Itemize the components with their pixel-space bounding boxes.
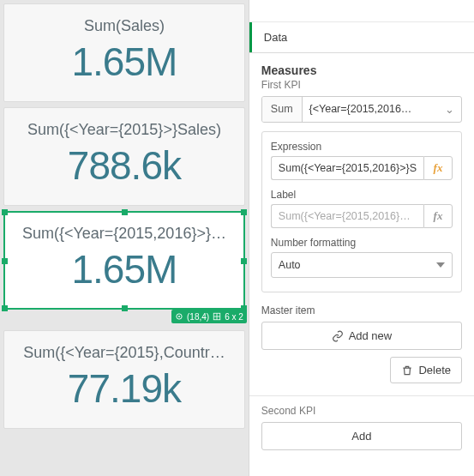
resize-handle[interactable]: [122, 209, 128, 215]
caret-down-icon: [436, 262, 445, 268]
chevron-down-icon[interactable]: ⌄: [438, 97, 461, 122]
number-formatting-value: Auto: [279, 259, 301, 271]
grid-icon: [213, 312, 221, 321]
add-button[interactable]: Add: [261, 422, 462, 450]
add-label: Add: [351, 430, 371, 443]
agg-button[interactable]: Sum: [262, 97, 303, 122]
expression-label: Expression: [271, 141, 453, 153]
panel-tabs: Data: [249, 22, 474, 53]
fx-button[interactable]: fx: [423, 204, 453, 228]
properties-panel: Data Measures First KPI Sum {<Year={2015…: [249, 0, 474, 476]
number-formatting-select[interactable]: Auto: [271, 252, 453, 278]
resize-handle[interactable]: [2, 305, 8, 311]
kpi-label: Sum({<Year={2015}>}Sales): [11, 121, 237, 139]
label-input[interactable]: Sum({<Year={2015,2016}…: [271, 204, 423, 228]
sheet-canvas[interactable]: Sum(Sales) 1.65M Sum({<Year={2015}>}Sale…: [0, 0, 249, 476]
kpi-card[interactable]: Sum({<Year={2015}>}Sales) 788.6k: [3, 107, 245, 206]
delete-label: Delete: [418, 364, 451, 377]
expression-input[interactable]: Sum({<Year={2015,2016}>}S: [271, 156, 423, 180]
kpi-label: Sum({<Year={2015,2016}>}…: [12, 225, 237, 243]
resize-handle[interactable]: [2, 209, 8, 215]
resize-handle[interactable]: [122, 305, 128, 311]
agg-expression[interactable]: {<Year={2015,2016…: [303, 97, 438, 122]
kpi-card[interactable]: Sum({<Year={2015},Countr… 77.19k: [3, 330, 245, 429]
delete-button[interactable]: Delete: [390, 357, 462, 383]
link-icon: [332, 330, 344, 342]
measure-block: Expression Sum({<Year={2015,2016}>}S fx …: [261, 131, 462, 292]
svg-point-1: [178, 316, 180, 317]
selection-pos: (18,4): [187, 312, 209, 322]
first-kpi-label: First KPI: [261, 79, 462, 91]
resize-handle[interactable]: [241, 258, 247, 264]
panel-header-spacer: [249, 0, 474, 22]
add-new-label: Add new: [349, 329, 393, 342]
resize-handle[interactable]: [241, 209, 247, 215]
kpi-value: 788.6k: [11, 142, 237, 189]
kpi-card[interactable]: Sum(Sales) 1.65M: [3, 3, 245, 102]
kpi-label: Sum({<Year={2015},Countr…: [11, 344, 237, 362]
measures-heading: Measures: [261, 63, 462, 77]
second-kpi-label: Second KPI: [261, 405, 462, 417]
kpi-label: Sum(Sales): [11, 17, 237, 35]
selection-size: 6 x 2: [225, 312, 243, 322]
fx-button[interactable]: fx: [423, 156, 453, 180]
trash-icon: [401, 365, 413, 377]
master-item-label: Master item: [261, 304, 462, 316]
label-label: Label: [271, 189, 453, 201]
target-icon: [175, 312, 183, 321]
kpi-value: 1.65M: [12, 246, 237, 292]
resize-handle[interactable]: [2, 258, 8, 264]
aggregation-selector[interactable]: Sum {<Year={2015,2016… ⌄: [261, 96, 462, 123]
kpi-value: 1.65M: [11, 39, 237, 85]
selection-badge: (18,4) 6 x 2: [171, 310, 247, 323]
add-new-button[interactable]: Add new: [261, 322, 462, 350]
tab-data[interactable]: Data: [249, 22, 299, 52]
kpi-value: 77.19k: [11, 365, 237, 412]
kpi-card-selected[interactable]: Sum({<Year={2015,2016}>}… 1.65M (18,4) 6…: [3, 211, 245, 310]
number-formatting-label: Number formatting: [271, 237, 453, 249]
